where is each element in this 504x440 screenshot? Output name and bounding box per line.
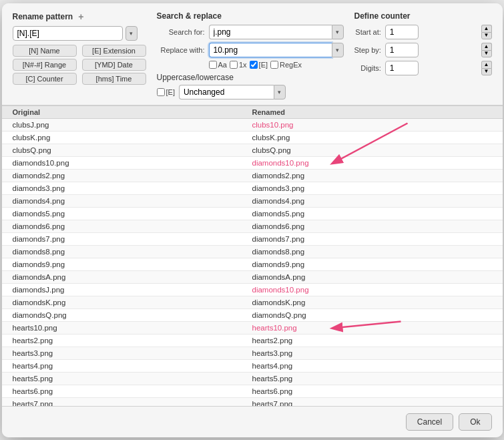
digits-decrement[interactable]: ▼	[481, 68, 492, 75]
token-extension-button[interactable]: [E] Extension	[82, 45, 146, 57]
table-row: hearts5.pnghearts5.png	[2, 373, 503, 385]
col-renamed-header: Renamed	[252, 108, 492, 116]
renamed-cell: diamonds2.png	[252, 170, 492, 181]
step-by-stepper: ▲ ▼	[481, 43, 492, 57]
ok-button[interactable]: Ok	[459, 413, 491, 431]
table-row: diamonds8.pngdiamonds8.png	[2, 246, 503, 258]
token-range-button[interactable]: [N#-#] Range	[13, 59, 77, 71]
replace-dropdown-button[interactable]: ▾	[332, 43, 344, 57]
token-date-button[interactable]: [YMD] Date	[82, 59, 146, 71]
renamed-cell: clubs10.png	[252, 120, 492, 130]
original-cell: diamonds7.png	[13, 234, 252, 244]
case-e-checkbox-label: [E]	[157, 88, 175, 96]
original-cell: clubsJ.png	[13, 120, 252, 130]
step-by-input[interactable]	[385, 43, 419, 57]
table-row: hearts6.pnghearts6.png	[2, 385, 503, 398]
renamed-cell: diamonds10.png	[252, 158, 492, 168]
renamed-cell: hearts7.png	[252, 399, 492, 406]
token-name-button[interactable]: [N] Name	[13, 45, 77, 57]
renamed-cell: hearts2.png	[252, 335, 492, 346]
onex-checkbox[interactable]	[230, 61, 238, 69]
table-row: diamondsQ.pngdiamondsQ.png	[2, 309, 503, 322]
define-counter-panel: Define counter Start at: ▲ ▼ Step by: ▲ …	[354, 11, 492, 99]
regex-checkbox[interactable]	[270, 61, 278, 69]
table-row: hearts4.pnghearts4.png	[2, 360, 503, 373]
digits-input[interactable]	[385, 61, 419, 75]
original-cell: diamonds8.png	[13, 246, 252, 257]
token-time-button[interactable]: [hms] Time	[82, 73, 146, 85]
regex-checkbox-label: RegEx	[270, 61, 302, 69]
case-dropdown-button[interactable]: ▾	[274, 85, 286, 99]
start-at-label: Start at:	[354, 28, 381, 36]
table-header: Original Renamed	[2, 105, 503, 119]
rename-pattern-label: Rename pattern	[13, 12, 73, 21]
original-cell: diamonds9.png	[13, 259, 252, 270]
renamed-cell: clubsK.png	[252, 132, 492, 143]
table-row: diamondsK.pngdiamondsK.png	[2, 296, 503, 309]
rename-pattern-panel: Rename pattern + ▾ [N] Name [E] Extensio…	[13, 11, 146, 99]
pattern-dropdown-button[interactable]: ▾	[125, 26, 138, 41]
table-row: diamonds2.pngdiamonds2.png	[2, 170, 503, 182]
table-row: hearts2.pnghearts2.png	[2, 335, 503, 347]
original-cell: hearts5.png	[13, 373, 252, 384]
col-original-header: Original	[13, 108, 252, 116]
token-grid: [N] Name [E] Extension [N#-#] Range [YMD…	[13, 45, 146, 85]
token-counter-button[interactable]: [C] Counter	[13, 73, 77, 85]
renamed-cell: clubsQ.png	[252, 145, 492, 156]
digits-label: Digits:	[354, 64, 381, 72]
e-checkbox[interactable]	[250, 61, 258, 69]
original-cell: diamonds2.png	[13, 170, 252, 181]
original-cell: hearts10.png	[13, 322, 252, 333]
renamed-cell: diamonds7.png	[252, 234, 492, 244]
search-dropdown-button[interactable]: ▾	[332, 25, 344, 39]
original-cell: diamonds5.png	[13, 208, 252, 219]
original-cell: diamonds6.png	[13, 221, 252, 232]
aa-checkbox-label: Aa	[209, 61, 227, 69]
pattern-input[interactable]	[13, 26, 123, 41]
renamed-cell: hearts4.png	[252, 361, 492, 371]
renamed-cell: hearts5.png	[252, 373, 492, 384]
table-row: diamonds6.pngdiamonds6.png	[2, 220, 503, 233]
step-by-increment[interactable]: ▲	[481, 43, 492, 50]
renamed-cell: hearts6.png	[252, 386, 492, 397]
replace-input[interactable]	[209, 43, 332, 57]
bottom-bar: Cancel Ok	[2, 406, 503, 437]
table-body: clubsJ.pngclubs10.pngclubsK.pngclubsK.pn…	[2, 119, 503, 406]
replace-input-wrapper: ▾	[209, 43, 344, 57]
digits-increment[interactable]: ▲	[481, 61, 492, 68]
add-pattern-button[interactable]: +	[78, 11, 83, 22]
pattern-input-row: ▾	[13, 26, 146, 41]
case-e-checkbox[interactable]	[157, 88, 165, 96]
e-checkbox-label: [E]	[250, 61, 268, 69]
aa-checkbox[interactable]	[209, 61, 217, 69]
e-label: [E]	[259, 61, 268, 69]
table-row: diamondsA.pngdiamondsA.png	[2, 271, 503, 284]
original-cell: hearts7.png	[13, 399, 252, 406]
onex-checkbox-label: 1x	[230, 61, 247, 69]
table-row: clubsJ.pngclubs10.png	[2, 119, 503, 132]
start-at-stepper: ▲ ▼	[481, 25, 492, 39]
cancel-button[interactable]: Cancel	[406, 413, 453, 431]
table-row: diamonds9.pngdiamonds9.png	[2, 258, 503, 271]
step-by-decrement[interactable]: ▼	[481, 50, 492, 57]
renamed-cell: diamonds3.png	[252, 183, 492, 194]
digits-stepper: ▲ ▼	[481, 61, 492, 75]
original-cell: diamondsJ.png	[13, 284, 252, 295]
search-replace-label: Search & replace	[157, 11, 222, 21]
table-row: hearts10.pnghearts10.png	[2, 322, 503, 335]
renamed-cell: diamonds8.png	[252, 246, 492, 257]
top-section: Rename pattern + ▾ [N] Name [E] Extensio…	[2, 3, 503, 105]
table-row: diamondsJ.pngdiamonds10.png	[2, 284, 503, 296]
renamed-cell: diamondsK.png	[252, 297, 492, 308]
define-counter-title: Define counter	[354, 11, 492, 21]
search-for-row: Search for: ▾	[157, 25, 344, 39]
start-at-decrement[interactable]: ▼	[481, 32, 492, 39]
renamed-cell: diamondsQ.png	[252, 310, 492, 320]
search-input[interactable]	[209, 25, 332, 39]
start-at-increment[interactable]: ▲	[481, 25, 492, 32]
start-at-input[interactable]	[385, 25, 419, 39]
rename-dialog: Rename pattern + ▾ [N] Name [E] Extensio…	[2, 3, 503, 437]
search-for-label: Search for:	[157, 28, 205, 36]
table-row: diamonds7.pngdiamonds7.png	[2, 233, 503, 246]
case-select-input[interactable]	[179, 85, 274, 99]
